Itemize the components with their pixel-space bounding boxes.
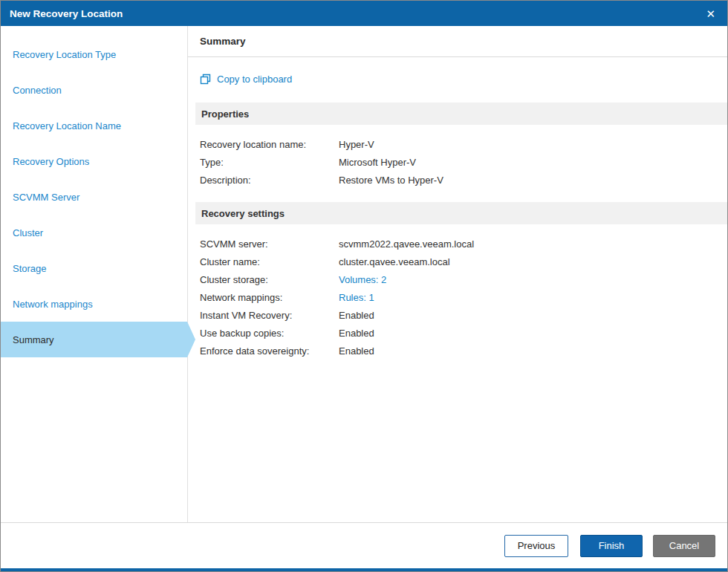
copy-icon bbox=[200, 74, 211, 85]
window-bottom-accent bbox=[1, 568, 727, 571]
sidebar-item-scvmm-server[interactable]: SCVMM Server bbox=[1, 179, 187, 215]
properties-rows: Recovery location name: Hyper-V Type: Mi… bbox=[188, 125, 727, 202]
row-label: Cluster name: bbox=[200, 256, 339, 267]
row-value: cluster.qavee.veeam.local bbox=[339, 256, 450, 267]
previous-button[interactable]: Previous bbox=[504, 535, 568, 557]
row-label: Enforce data sovereignty: bbox=[200, 345, 339, 357]
row-label: SCVMM server: bbox=[200, 238, 339, 250]
row-label: Cluster storage: bbox=[200, 274, 339, 285]
row-value: Hyper-V bbox=[339, 139, 374, 150]
volumes-link[interactable]: Volumes: 2 bbox=[339, 274, 386, 285]
sidebar-item-label: Summary bbox=[13, 334, 54, 345]
row-value: Enabled bbox=[339, 328, 374, 339]
section-header-recovery-settings: Recovery settings bbox=[195, 202, 727, 224]
sidebar-item-label: Connection bbox=[13, 85, 62, 96]
content-panel: Summary Copy to clipboard Properties bbox=[188, 26, 727, 522]
row-label: Use backup copies: bbox=[200, 328, 339, 339]
wizard-steps-sidebar: Recovery Location Type Connection Recove… bbox=[1, 26, 188, 522]
sidebar-item-storage[interactable]: Storage bbox=[1, 250, 187, 286]
sidebar-item-label: Recovery Options bbox=[13, 156, 89, 167]
window-title: New Recovery Location bbox=[10, 8, 703, 19]
row-label: Recovery location name: bbox=[200, 139, 339, 150]
sidebar-item-recovery-location-name[interactable]: Recovery Location Name bbox=[1, 108, 187, 143]
table-row: Cluster storage: Volumes: 2 bbox=[200, 270, 727, 288]
row-label: Network mappings: bbox=[200, 292, 339, 303]
copy-to-clipboard-label: Copy to clipboard bbox=[217, 74, 292, 85]
sidebar-item-label: Recovery Location Name bbox=[13, 120, 121, 131]
close-icon[interactable]: ✕ bbox=[703, 5, 718, 22]
row-value: Microsoft Hyper-V bbox=[339, 157, 416, 168]
table-row: Recovery location name: Hyper-V bbox=[200, 135, 727, 153]
table-row: Enforce data sovereignty: Enabled bbox=[200, 342, 727, 360]
new-recovery-location-dialog: New Recovery Location ✕ Recovery Locatio… bbox=[0, 0, 728, 572]
title-bar: New Recovery Location ✕ bbox=[1, 1, 727, 26]
row-value: Restore VMs to Hyper-V bbox=[339, 175, 443, 186]
main-area: Recovery Location Type Connection Recove… bbox=[1, 26, 727, 522]
page-title: Summary bbox=[188, 26, 727, 57]
rules-link[interactable]: Rules: 1 bbox=[339, 292, 374, 303]
sidebar-item-label: Cluster bbox=[13, 227, 43, 238]
row-label: Description: bbox=[200, 175, 339, 186]
footer-bar: Previous Finish Cancel bbox=[1, 522, 727, 568]
finish-button[interactable]: Finish bbox=[580, 535, 643, 557]
table-row: Network mappings: Rules: 1 bbox=[200, 288, 727, 306]
table-row: SCVMM server: scvmm2022.qavee.veeam.loca… bbox=[200, 235, 727, 253]
sidebar-item-recovery-options[interactable]: Recovery Options bbox=[1, 143, 187, 179]
table-row: Instant VM Recovery: Enabled bbox=[200, 306, 727, 324]
sidebar-item-label: Storage bbox=[13, 263, 47, 274]
sidebar-item-summary[interactable]: Summary bbox=[1, 322, 187, 357]
sidebar-item-recovery-location-type[interactable]: Recovery Location Type bbox=[1, 36, 187, 72]
table-row: Type: Microsoft Hyper-V bbox=[200, 153, 727, 171]
sidebar-item-label: SCVMM Server bbox=[13, 192, 79, 203]
table-row: Use backup copies: Enabled bbox=[200, 324, 727, 342]
row-value: Enabled bbox=[339, 310, 374, 321]
row-value: Enabled bbox=[339, 345, 374, 357]
sidebar-item-cluster[interactable]: Cluster bbox=[1, 215, 187, 250]
copy-to-clipboard-link[interactable]: Copy to clipboard bbox=[188, 74, 727, 85]
table-row: Cluster name: cluster.qavee.veeam.local bbox=[200, 253, 727, 270]
recovery-settings-rows: SCVMM server: scvmm2022.qavee.veeam.loca… bbox=[188, 224, 727, 373]
summary-body: Copy to clipboard Properties Recovery lo… bbox=[188, 57, 727, 522]
sidebar-item-network-mappings[interactable]: Network mappings bbox=[1, 286, 187, 322]
row-label: Instant VM Recovery: bbox=[200, 310, 339, 321]
sidebar-item-label: Network mappings bbox=[13, 299, 93, 310]
row-label: Type: bbox=[200, 157, 339, 168]
sidebar-item-connection[interactable]: Connection bbox=[1, 72, 187, 108]
cancel-button[interactable]: Cancel bbox=[653, 535, 715, 557]
section-header-properties: Properties bbox=[195, 103, 727, 125]
row-value: scvmm2022.qavee.veeam.local bbox=[339, 238, 474, 250]
table-row: Description: Restore VMs to Hyper-V bbox=[200, 171, 727, 189]
sidebar-item-label: Recovery Location Type bbox=[13, 49, 116, 60]
